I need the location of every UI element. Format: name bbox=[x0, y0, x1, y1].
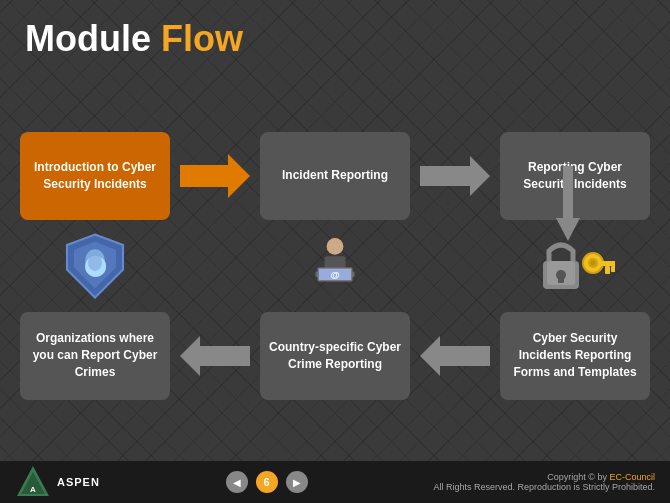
cell-cyber-forms: Cyber Security Incidents Reporting Forms… bbox=[495, 306, 655, 406]
arrow-intro-to-incident bbox=[175, 126, 255, 226]
title-flow: Flow bbox=[161, 18, 243, 59]
cell-empty-r2c2 bbox=[175, 226, 255, 306]
arrow-forms-to-country bbox=[415, 306, 495, 406]
flow-grid: Introduction to Cyber Security Incidents… bbox=[0, 70, 670, 461]
svg-rect-18 bbox=[611, 266, 615, 272]
person-laptop-icon: @ bbox=[300, 231, 370, 301]
gray-down-arrow-icon bbox=[556, 166, 580, 241]
footer-logo: A ASPEN bbox=[15, 464, 100, 500]
svg-rect-22 bbox=[563, 166, 573, 218]
gray-right-arrow-1-icon bbox=[420, 156, 490, 196]
svg-point-6 bbox=[327, 238, 344, 255]
cell-incident-reporting: Incident Reporting bbox=[255, 126, 415, 226]
logo-label: ASPEN bbox=[57, 476, 100, 488]
box-incident-reporting: Incident Reporting bbox=[260, 132, 410, 220]
orange-right-arrow-icon bbox=[180, 156, 250, 196]
slide-title: Module Flow bbox=[25, 18, 645, 60]
next-page-button[interactable]: ▶ bbox=[286, 471, 308, 493]
gray-left-arrow-2-icon bbox=[420, 336, 490, 376]
svg-rect-17 bbox=[598, 261, 615, 266]
box-organizations: Organizations where you can Report Cyber… bbox=[20, 312, 170, 400]
svg-text:@: @ bbox=[330, 268, 340, 279]
box-cyber-forms: Cyber Security Incidents Reporting Forms… bbox=[500, 312, 650, 400]
prev-page-button[interactable]: ◀ bbox=[226, 471, 248, 493]
svg-rect-15 bbox=[558, 275, 564, 283]
cell-shield-icon: ⬤ bbox=[15, 226, 175, 306]
svg-rect-19 bbox=[605, 266, 610, 274]
cell-empty-r2c4 bbox=[415, 226, 495, 306]
title-module: Module bbox=[25, 18, 161, 59]
cell-country-specific: Country-specific Cyber Crime Reporting bbox=[255, 306, 415, 406]
cell-intro: Introduction to Cyber Security Incidents bbox=[15, 126, 175, 226]
arrow-incident-to-reporting bbox=[415, 126, 495, 226]
gray-left-arrow-1-icon bbox=[180, 336, 250, 376]
cell-organizations: Organizations where you can Report Cyber… bbox=[15, 306, 175, 406]
box-country-specific: Country-specific Cyber Crime Reporting bbox=[260, 312, 410, 400]
footer: A ASPEN ◀ 6 ▶ Copyright © by EC-Council … bbox=[0, 461, 670, 503]
box-intro: Introduction to Cyber Security Incidents bbox=[20, 132, 170, 220]
svg-marker-23 bbox=[556, 218, 580, 241]
current-page-indicator: 6 bbox=[256, 471, 278, 493]
footer-navigation[interactable]: ◀ 6 ▶ bbox=[226, 471, 308, 493]
arrow-country-to-org bbox=[175, 306, 255, 406]
svg-point-5 bbox=[88, 254, 102, 271]
svg-point-21 bbox=[591, 260, 596, 265]
down-arrow-svg bbox=[556, 166, 580, 241]
footer-copyright: Copyright © by EC-Council All Rights Res… bbox=[433, 472, 655, 492]
cell-person-icon: @ bbox=[255, 226, 415, 306]
aspen-logo-icon: A bbox=[15, 464, 51, 500]
slide: Module Flow Introduction to Cyber Securi… bbox=[0, 0, 670, 503]
header: Module Flow bbox=[0, 0, 670, 70]
svg-text:A: A bbox=[30, 485, 36, 494]
shield-icon: ⬤ bbox=[60, 231, 130, 301]
